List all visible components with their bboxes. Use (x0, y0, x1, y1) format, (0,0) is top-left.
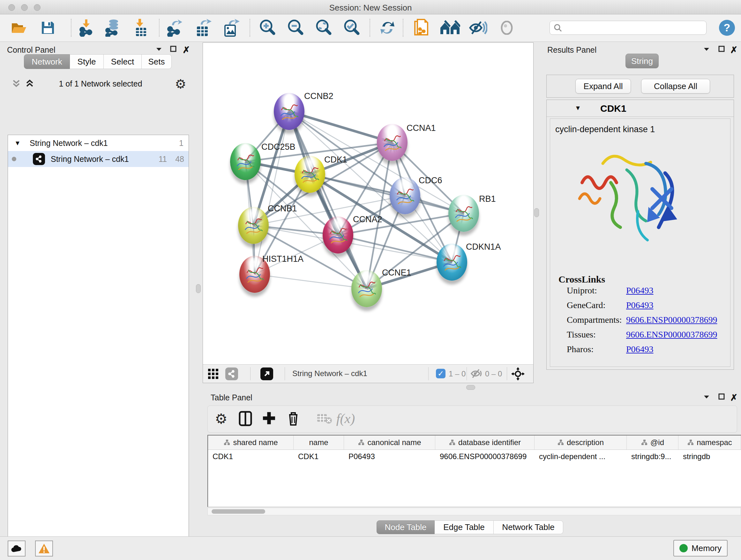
network-node-ccnb2[interactable] (274, 93, 305, 130)
hidden-eye-icon[interactable] (470, 368, 483, 380)
column-header-description[interactable]: description (535, 435, 627, 449)
network-node-ccnb1[interactable] (238, 207, 269, 244)
column-header-canonical-name[interactable]: canonical name (344, 435, 435, 449)
fit-content-crosshair-icon[interactable] (511, 367, 525, 382)
bottom-splitter-handle[interactable] (466, 385, 475, 390)
grid-view-icon[interactable] (207, 368, 219, 381)
tab-node-table[interactable]: Node Table (377, 520, 434, 534)
control-panel-float-menu[interactable] (155, 46, 163, 54)
results-panel-float-button[interactable] (718, 45, 725, 54)
crosslink-value-link[interactable]: 9606.ENSP00000378699 (626, 329, 717, 339)
crosslink-value-link[interactable]: P06493 (626, 300, 654, 310)
search-box[interactable] (549, 21, 706, 35)
gene-card-header[interactable]: ▼ CDK1 (547, 100, 734, 117)
eye-button[interactable] (496, 17, 517, 38)
import-table-file-button[interactable] (131, 17, 151, 38)
delete-table-icon[interactable] (316, 409, 333, 428)
zoom-in-button[interactable] (257, 17, 278, 38)
cloud-status-button[interactable] (8, 541, 25, 557)
search-input[interactable] (562, 23, 706, 33)
import-network-file-button[interactable] (77, 17, 97, 38)
network-node-ccne1[interactable] (351, 270, 382, 307)
zoom-out-button[interactable] (285, 17, 306, 38)
control-panel-float-button[interactable] (170, 45, 177, 54)
table-horizontal-scrollbar[interactable] (207, 508, 741, 515)
network-node-cdkn1a[interactable] (436, 244, 467, 281)
left-splitter-handle[interactable] (196, 284, 201, 293)
network-edge[interactable] (289, 111, 392, 142)
crosslink-value-link[interactable]: P06493 (626, 344, 654, 354)
warning-status-button[interactable] (35, 541, 53, 557)
open-in-window-icon[interactable] (260, 368, 273, 380)
table-cell[interactable]: stringdb (678, 450, 741, 463)
memory-button[interactable]: Memory (673, 540, 728, 557)
share-file-button[interactable] (411, 17, 431, 38)
crosslink-value-link[interactable]: P06493 (626, 286, 654, 295)
table-options-gear-icon[interactable]: ⚙ (212, 409, 230, 428)
expand-all-button[interactable]: Expand All (576, 79, 631, 94)
help-button[interactable]: ? (717, 17, 737, 38)
open-session-button[interactable] (9, 17, 29, 38)
save-session-button[interactable] (38, 17, 58, 38)
expand-all-button[interactable] (25, 78, 35, 89)
table-cell[interactable]: 9606.ENSP00000378699 (435, 450, 535, 463)
gene-expand-icon[interactable]: ▼ (575, 105, 581, 112)
add-column-icon[interactable]: ✚ (260, 409, 278, 428)
tab-select[interactable]: Select (104, 54, 142, 69)
table-cell[interactable]: CDK1 (208, 450, 293, 463)
import-network-database-button[interactable] (103, 17, 123, 38)
table-cell[interactable]: stringdb:9... (627, 450, 678, 463)
table-row[interactable]: CDK1CDK1P064939606.ENSP00000378699cyclin… (208, 450, 741, 463)
table-panel-menu[interactable] (703, 394, 711, 401)
zoom-selected-button[interactable] (341, 17, 362, 38)
column-header-shared-name[interactable]: shared name (208, 435, 293, 449)
tab-style[interactable]: Style (70, 54, 104, 69)
column-header--id[interactable]: @id (627, 435, 678, 449)
column-header-database-identifier[interactable]: database identifier (435, 435, 535, 449)
table-panel-close-button[interactable]: ✗ (730, 392, 738, 403)
share-network-icon[interactable] (225, 368, 238, 380)
collection-expand-icon[interactable]: ▼ (14, 139, 21, 147)
network-node-rb1[interactable] (448, 195, 479, 232)
right-splitter-handle[interactable] (534, 208, 539, 217)
column-header-name[interactable]: name (293, 435, 344, 449)
table-cell[interactable]: CDK1 (293, 450, 344, 463)
network-edge[interactable] (338, 235, 452, 262)
control-panel-close-button[interactable]: ✗ (183, 45, 190, 55)
tab-string[interactable]: String (625, 54, 659, 68)
network-edge[interactable] (255, 274, 367, 289)
column-header-namespac[interactable]: namespac (678, 435, 741, 449)
zoom-fit-button[interactable] (313, 17, 334, 38)
network-row[interactable]: String Network – cdk1 11 48 (8, 151, 189, 167)
refresh-button[interactable] (377, 17, 398, 38)
collapse-all-button[interactable]: Collapse All (641, 79, 710, 94)
enable-glass-button[interactable] (468, 17, 488, 38)
network-node-cdc25b[interactable] (230, 143, 261, 180)
table-cell[interactable]: P06493 (344, 450, 435, 463)
network-options-gear-icon[interactable]: ⚙ (175, 77, 186, 91)
results-panel-close-button[interactable]: ✗ (730, 45, 738, 55)
crosslink-value-link[interactable]: 9606.ENSP00000378699 (626, 315, 717, 325)
tab-sets[interactable]: Sets (142, 54, 172, 69)
show-columns-icon[interactable] (237, 409, 254, 428)
network-node-cdk1[interactable] (294, 156, 325, 193)
export-image-button[interactable] (221, 17, 241, 38)
network-node-ccna1[interactable] (377, 124, 408, 161)
tab-network[interactable]: Network (24, 54, 70, 69)
selected-nodes-checkbox[interactable]: ✓ (436, 369, 446, 378)
table-cell[interactable]: cyclin-dependent ... (535, 450, 627, 463)
network-node-cdc6[interactable] (390, 177, 420, 214)
table-panel-float-button[interactable] (718, 393, 725, 401)
delete-column-icon[interactable] (284, 409, 302, 428)
network-node-ccna2[interactable] (323, 216, 353, 253)
export-network-button[interactable] (165, 17, 185, 38)
string-home-button[interactable] (440, 17, 460, 38)
scrollbar-thumb[interactable] (212, 509, 265, 514)
network-collection-row[interactable]: ▼ String Network – cdk1 1 (8, 135, 189, 151)
function-builder-icon[interactable]: f(x) (337, 409, 354, 428)
network-canvas[interactable]: CCNB2CCNA1CDC25BCDK1CDC6RB1CCNB1CCNA2CDK… (203, 43, 533, 365)
tab-network-table[interactable]: Network Table (494, 520, 563, 534)
tab-edge-table[interactable]: Edge Table (434, 520, 494, 534)
collapse-all-button[interactable] (11, 78, 21, 89)
results-panel-menu[interactable] (703, 46, 711, 54)
